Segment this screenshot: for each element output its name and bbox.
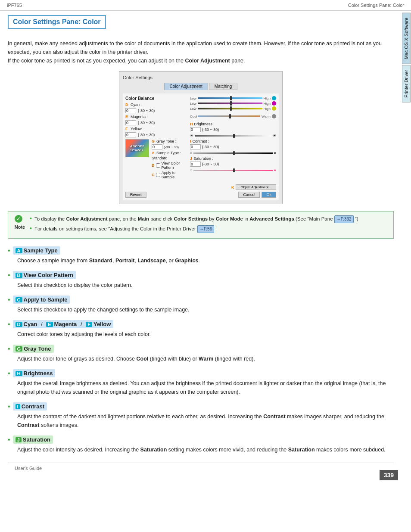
bottom-buttons-row: Revert Cancel Ok <box>125 192 276 198</box>
settings-columns: Color Balance D Cyan : (-30 ~ 30) E <box>125 96 276 182</box>
cyan-input[interactable] <box>125 108 136 113</box>
intro-text-end: pane. <box>230 58 245 64</box>
yellow-slider-row: Low High <box>190 106 276 111</box>
obj-letter: K <box>231 185 234 190</box>
contrast-letter: I <box>190 139 191 143</box>
cancel-button[interactable]: Cancel <box>238 192 260 198</box>
intro-bold: Color Adjustment <box>185 58 230 64</box>
saturation-section: J Saturation : (-30 ~ 30) ○ <box>190 156 276 172</box>
intro-text-2: If the color tone as printed is not as y… <box>8 58 185 64</box>
brightness-range: (-30 ~ 30) <box>202 128 219 132</box>
controls-col: G Gray Tone : (-30 ~ 30) A <box>152 139 186 180</box>
section-def-body: Correct color tones by adjusting the lev… <box>17 330 394 339</box>
sidebar-tab-printer[interactable]: Printer Driver <box>402 65 411 103</box>
ok-button[interactable]: Ok <box>262 192 276 198</box>
section-j-title: Saturation <box>23 436 50 443</box>
note-inner: ✓ Note • To display the Color Adjustment… <box>13 215 388 235</box>
note-text-1: To display the Color Adjustment pane, on… <box>34 215 358 223</box>
section-c-title: Apply to Sample <box>24 296 68 303</box>
section-a-body: Choose a sample image from Standard, Por… <box>17 256 394 265</box>
section-i-heading: • IContrast <box>8 402 394 411</box>
gray-input[interactable] <box>152 144 162 149</box>
sidebar-tab-macos[interactable]: Mac OS X Software <box>402 13 411 64</box>
screenshot-box: Color Settings Color Adjustment Matching… <box>119 71 283 204</box>
letter-badge-a: A <box>16 248 22 253</box>
note-link-2[interactable]: →P.56 <box>197 225 214 233</box>
yellow-input[interactable] <box>125 132 136 137</box>
note-bullet-2: • For details on settings items, see "Ad… <box>30 225 358 233</box>
magenta-letter: E <box>125 115 129 119</box>
section-bullet-c: • <box>8 296 10 303</box>
bottom-bar: User's Guide <box>8 463 394 473</box>
section-def-heading: • DCyan / EMagenta / FYellow <box>8 320 394 328</box>
sample-type-value: Standard <box>152 156 168 160</box>
apply-checkbox[interactable] <box>156 173 160 177</box>
gray-slider-row: Cool Warm <box>190 114 276 118</box>
cyan-dot <box>272 96 276 100</box>
revert-button[interactable]: Revert <box>125 192 146 198</box>
section-b-title: View Color Pattern <box>24 272 73 278</box>
section-c-heading: • CApply to Sample <box>8 296 394 304</box>
section-j-body: Adjust the color intensity as desired. I… <box>17 445 394 454</box>
brightness-letter: H <box>190 122 193 126</box>
brightness-label: Brightness <box>194 122 213 126</box>
sample-type-value-row: Standard <box>152 156 186 160</box>
section-h-body: Adjust the overall image brightness as d… <box>17 379 394 396</box>
color-settings-inner: Color Balance D Cyan : (-30 ~ 30) E <box>123 93 279 200</box>
note-icon: ✓ <box>15 215 22 223</box>
yellow-dot <box>272 106 276 111</box>
main-content: Color Settings Pane: Color In general, m… <box>0 11 402 482</box>
sample-type-row: A Sample Type : <box>152 151 186 155</box>
section-def: • DCyan / EMagenta / FYellow Correct col… <box>8 320 394 339</box>
letter-badge-g: G <box>16 346 23 352</box>
gray-range: (-30 ~ 30) <box>164 145 179 149</box>
section-g-heading: • GGray Tone <box>8 345 394 353</box>
section-j: • JSaturation Adjust the color intensity… <box>8 436 394 454</box>
cyan-input-row: (-30 ~ 30) <box>125 108 186 113</box>
letter-badge-j: J <box>16 437 22 442</box>
tab-color-adjustment[interactable]: Color Adjustment <box>164 83 208 90</box>
contrast-input[interactable] <box>190 144 201 149</box>
note-bullet-1: • To display the Color Adjustment pane, … <box>30 215 358 223</box>
magenta-range: (-30 ~ 30) <box>138 121 155 125</box>
view-color-checkbox[interactable] <box>156 163 160 168</box>
object-adjustment-button[interactable]: Object Adjustment... <box>236 184 276 190</box>
view-color-letter: B <box>152 163 155 168</box>
section-i: • IContrast Adjust the contrast of the d… <box>8 402 394 429</box>
magenta-slider-row: Low High <box>190 101 276 106</box>
view-color-pattern-row: B View Color Pattern <box>152 161 186 170</box>
magenta-dot <box>272 101 276 106</box>
brightness-input[interactable] <box>190 127 201 132</box>
page-number: 339 <box>380 470 398 480</box>
yellow-letter: F <box>125 127 129 131</box>
screenshot-tabs: Color Adjustment Matching <box>123 83 279 90</box>
section-i-title-box: IContrast <box>13 402 47 411</box>
gray-letter: G <box>152 139 155 143</box>
section-b-title-box: BView Color Pattern <box>13 271 76 279</box>
ok-cancel-row: Cancel Ok <box>238 192 276 198</box>
apply-letter: C <box>152 173 155 177</box>
yellow-input-row: (-30 ~ 30) <box>125 132 186 137</box>
section-j-title-box: JSaturation <box>13 436 53 444</box>
top-bar-right: Color Settings Pane: Color <box>348 3 404 8</box>
section-b-body: Select this checkbox to display the colo… <box>17 281 394 289</box>
cyan-letter: D <box>125 103 129 107</box>
note-link-1[interactable]: →P.332 <box>334 215 354 223</box>
letter-badge-e: E <box>46 322 53 327</box>
sample-type-label: Sample Type : <box>156 151 181 155</box>
tab-matching[interactable]: Matching <box>209 83 238 90</box>
section-g: • GGray Tone Adjust the color tone of gr… <box>8 345 394 363</box>
left-column: Color Balance D Cyan : (-30 ~ 30) E <box>125 96 186 182</box>
apply-to-sample-row: C Apply to Sample <box>152 171 186 179</box>
cyan-label: Cyan : <box>131 103 142 107</box>
magenta-row: E Magenta : <box>125 115 186 119</box>
top-bar-left: iPF765 <box>7 3 22 8</box>
letter-badge-i: I <box>16 404 20 409</box>
note-content: • To display the Color Adjustment pane, … <box>30 215 358 235</box>
section-h-heading: • HBrightness <box>8 369 394 377</box>
saturation-input[interactable] <box>190 162 201 167</box>
section-h: • HBrightness Adjust the overall image b… <box>8 369 394 396</box>
screenshot-title: Color Settings <box>123 75 279 80</box>
magenta-input[interactable] <box>125 120 136 125</box>
view-color-label: View Color Pattern <box>162 161 186 170</box>
